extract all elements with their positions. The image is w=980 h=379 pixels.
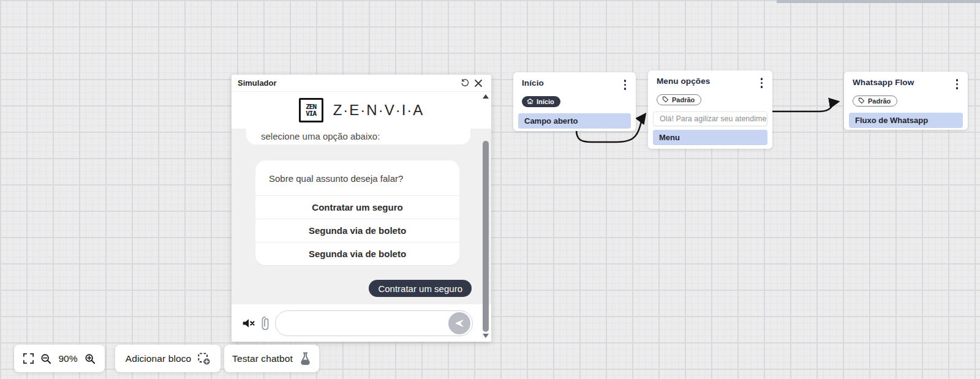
node-menu-opcoes[interactable]: Menu opções Padrão Olá! Para agilizar se… (648, 70, 772, 149)
wire-menu-to-whatsapp (773, 102, 838, 111)
status-badge: Padrão (853, 96, 897, 107)
bot-message-bubble: selecione uma opção abaixo: (246, 129, 470, 144)
tag-icon (662, 96, 669, 103)
node-row-menu[interactable]: Menu (653, 130, 767, 145)
test-chatbot-button[interactable]: Testar chatbot (224, 345, 319, 372)
scroll-down-icon[interactable] (483, 334, 489, 338)
add-block-button[interactable]: Adicionar bloco (115, 345, 221, 372)
message-input[interactable] (277, 311, 448, 336)
option-segunda-via-1[interactable]: Segunda via de boleto (255, 219, 459, 242)
close-icon[interactable] (472, 77, 485, 89)
option-contratar-seguro[interactable]: Contratar um seguro (255, 195, 459, 219)
brand-header: ZEN VIA Z·E·N·V·I·A (232, 92, 491, 129)
kebab-menu-icon[interactable] (758, 77, 766, 89)
node-inicio[interactable]: Início Início Campo aberto (513, 72, 636, 131)
chat-input-bar (232, 304, 491, 342)
option-segunda-via-2[interactable]: Segunda via de boleto (255, 242, 459, 265)
node-whatsapp-flow[interactable]: Whatsapp Flow Padrão Fluxo de Whatsapp (844, 72, 968, 130)
home-icon (527, 98, 533, 105)
question-text: Sobre qual assunto deseja falar? (255, 160, 459, 195)
simulator-panel: Simulador ZEN VIA Z·E·N·V·I·A (232, 75, 491, 342)
kebab-menu-icon[interactable] (622, 78, 629, 91)
node-title: Whatsapp Flow (853, 78, 914, 87)
scroll-up-icon[interactable] (483, 94, 489, 99)
mute-speaker-icon[interactable] (242, 318, 255, 329)
zoom-in-icon[interactable] (85, 353, 96, 364)
flow-canvas[interactable]: Início Início Campo aberto Menu opções P… (0, 0, 980, 379)
paperclip-icon[interactable] (260, 316, 270, 331)
bot-question-card: Sobre qual assunto deseja falar? Contrat… (255, 160, 459, 265)
node-title: Início (522, 78, 544, 88)
chat-area: selecione uma opção abaixo: Sobre qual a… (232, 129, 491, 304)
user-message-bubble: Contratar um seguro (369, 280, 472, 297)
zoom-controls: 90% (14, 345, 105, 372)
panel-title: Simulador (238, 78, 458, 88)
simulator-header: Simulador (232, 75, 491, 92)
scrollbar-thumb[interactable] (483, 141, 489, 332)
zenvia-wordmark: Z·E·N·V·I·A (333, 102, 424, 119)
node-title: Menu opções (657, 77, 710, 86)
status-badge: Início (522, 96, 560, 107)
node-row-fluxo-whatsapp[interactable]: Fluxo de Whatsapp (849, 113, 963, 128)
zoom-out-icon[interactable] (40, 353, 51, 364)
status-badge: Padrão (657, 94, 701, 105)
top-scroll-strip (777, 0, 980, 3)
zoom-level-value: 90% (58, 353, 77, 364)
add-block-icon (198, 353, 210, 365)
flask-icon (300, 352, 311, 365)
zenvia-logo-icon: ZEN VIA (299, 98, 323, 122)
fit-screen-icon[interactable] (23, 353, 34, 364)
kebab-menu-icon[interactable] (954, 78, 961, 91)
reset-icon[interactable] (458, 77, 472, 89)
chat-scrollbar[interactable] (481, 94, 490, 338)
tag-icon (858, 97, 865, 104)
message-input-wrap (275, 310, 473, 336)
node-row-message[interactable]: Olá! Para agilizar seu atendime... (653, 111, 767, 126)
node-row-campo-aberto[interactable]: Campo aberto (518, 113, 631, 129)
send-icon[interactable] (448, 312, 470, 334)
